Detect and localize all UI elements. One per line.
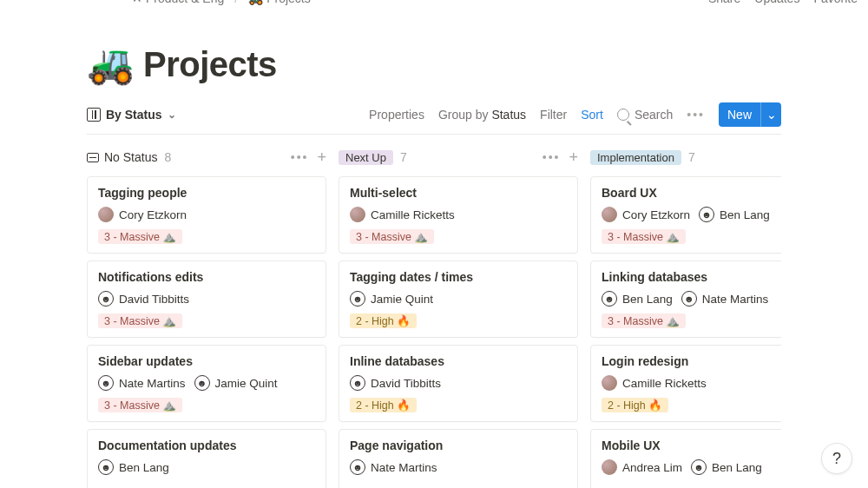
- column-title-label: Implementation: [597, 151, 674, 164]
- card-title: Notifications edits: [98, 270, 315, 284]
- group-by-button[interactable]: Group by Status: [438, 108, 526, 122]
- person[interactable]: Camille Ricketts: [602, 375, 707, 391]
- person[interactable]: ☻David Tibbitts: [350, 375, 441, 391]
- card-people: ☻Nate Martins☻Jamie Quint: [98, 375, 315, 391]
- person[interactable]: ☻Jamie Quint: [350, 291, 433, 307]
- card-title: Linking databases: [602, 270, 781, 284]
- card-people: ☻Nate Martins: [350, 459, 567, 475]
- person-name: Ben Lang: [119, 461, 169, 474]
- avatar-icon: [350, 207, 365, 222]
- more-menu-button[interactable]: •••: [687, 108, 705, 122]
- card[interactable]: Mobile UXAndrea Lim☻Ben Lang: [590, 429, 781, 488]
- card-people: ☻Jamie Quint: [350, 291, 567, 307]
- card[interactable]: Sidebar updates☻Nate Martins☻Jamie Quint…: [87, 345, 326, 422]
- avatar-icon: ☻: [350, 291, 365, 307]
- person[interactable]: ☻Nate Martins: [98, 375, 186, 391]
- card[interactable]: Page navigation☻Nate Martins: [339, 429, 578, 488]
- filter-button[interactable]: Filter: [540, 108, 567, 122]
- column-title[interactable]: Implementation: [590, 150, 681, 165]
- avatar-icon: [98, 207, 114, 222]
- person[interactable]: ☻Ben Lang: [699, 207, 770, 222]
- database-toolbar: By Status ⌄ Properties Group by Status F…: [87, 102, 781, 135]
- sort-button[interactable]: Sort: [581, 108, 603, 122]
- avatar-icon: ☻: [350, 459, 365, 475]
- card-people: Camille Ricketts: [350, 207, 567, 222]
- person-name: Camille Ricketts: [371, 208, 455, 221]
- titlebar: ✕ Product & Eng / 🚜 Projects Share Updat…: [0, 0, 868, 7]
- card[interactable]: Linking databases☻Ben Lang☻Nate Martins3…: [590, 260, 781, 338]
- avatar-icon: ☻: [98, 291, 114, 307]
- person[interactable]: ☻David Tibbitts: [98, 291, 189, 307]
- view-switcher[interactable]: By Status ⌄: [87, 108, 176, 122]
- card[interactable]: Documentation updates☻Ben Lang: [87, 429, 326, 488]
- page: 🚜 Projects By Status ⌄ Properties Group …: [0, 0, 868, 488]
- person[interactable]: Andrea Lim: [602, 459, 682, 475]
- person[interactable]: ☻Ben Lang: [98, 459, 169, 475]
- person-name: Camille Ricketts: [622, 377, 707, 390]
- priority-badge: 2 - High 🔥: [602, 398, 668, 412]
- chevron-down-icon: ⌄: [766, 108, 777, 122]
- card-title: Tagging people: [98, 186, 315, 200]
- person-name: David Tibbitts: [119, 293, 189, 306]
- search[interactable]: Search: [617, 108, 673, 122]
- column-more-button[interactable]: •••: [291, 150, 309, 164]
- priority-badge: 2 - High 🔥: [350, 398, 417, 412]
- card-title: Multi-select: [350, 186, 567, 200]
- column-title[interactable]: Next Up: [339, 150, 393, 165]
- person-name: Cory Etzkorn: [622, 208, 690, 221]
- column-more-button[interactable]: •••: [542, 150, 561, 164]
- new-button[interactable]: New ⌄: [719, 102, 781, 127]
- card-title: Page navigation: [350, 439, 567, 452]
- breadcrumb-seg-projects[interactable]: 🚜 Projects: [248, 0, 311, 5]
- avatar-icon: [602, 207, 617, 222]
- inbox-icon: [87, 153, 99, 162]
- card[interactable]: Notifications edits☻David Tibbitts3 - Ma…: [87, 260, 326, 338]
- person[interactable]: ☻Ben Lang: [602, 291, 673, 307]
- page-title[interactable]: Projects: [143, 45, 277, 84]
- column-add-button[interactable]: +: [317, 149, 326, 165]
- group-by-value: Status: [491, 108, 526, 122]
- card-title: Tagging dates / times: [350, 270, 567, 284]
- help-button[interactable]: ?: [821, 443, 852, 474]
- card[interactable]: Inline databases☻David Tibbitts2 - High …: [339, 345, 578, 422]
- breadcrumb-label: Projects: [266, 0, 311, 5]
- card[interactable]: Tagging peopleCory Etzkorn3 - Massive ⛰️: [87, 176, 326, 254]
- group-by-label: Group by: [438, 108, 489, 122]
- favorite-button[interactable]: Favorite: [813, 0, 858, 5]
- person-name: Andrea Lim: [622, 461, 682, 474]
- person[interactable]: ☻Nate Martins: [350, 459, 437, 475]
- search-placeholder: Search: [635, 108, 673, 122]
- column-title-label: No Status: [104, 150, 157, 164]
- page-emoji-icon[interactable]: 🚜: [87, 42, 135, 87]
- priority-badge: 3 - Massive ⛰️: [350, 229, 434, 244]
- card[interactable]: Board UXCory Etzkorn☻Ben Lang3 - Massive…: [590, 176, 781, 254]
- column-no-status: No Status8•••+Tagging peopleCory Etzkorn…: [87, 147, 326, 488]
- person[interactable]: Cory Etzkorn: [602, 207, 690, 222]
- new-button-dropdown[interactable]: ⌄: [760, 102, 781, 127]
- column-count: 7: [400, 150, 407, 164]
- properties-button[interactable]: Properties: [369, 108, 424, 122]
- breadcrumb-seg-product-eng[interactable]: ✕ Product & Eng: [132, 0, 224, 5]
- card-title: Login redesign: [602, 354, 781, 368]
- column-title[interactable]: No Status: [87, 150, 157, 164]
- card[interactable]: Multi-selectCamille Ricketts3 - Massive …: [339, 176, 578, 254]
- card[interactable]: Login redesignCamille Ricketts2 - High 🔥: [590, 345, 781, 422]
- priority-badge: 3 - Massive ⛰️: [602, 229, 686, 244]
- person[interactable]: ☻Jamie Quint: [194, 375, 278, 391]
- share-button[interactable]: Share: [708, 0, 740, 5]
- avatar-icon: [602, 459, 617, 475]
- column-actions: •••+: [542, 149, 578, 165]
- updates-button[interactable]: Updates: [754, 0, 799, 5]
- card[interactable]: Tagging dates / times☻Jamie Quint2 - Hig…: [339, 260, 578, 338]
- person[interactable]: ☻Ben Lang: [691, 459, 762, 475]
- page-header: 🚜 Projects: [87, 42, 781, 87]
- avatar-icon: ☻: [691, 459, 707, 475]
- person[interactable]: Camille Ricketts: [350, 207, 455, 222]
- new-button-label: New: [719, 108, 760, 122]
- card-title: Board UX: [602, 186, 781, 200]
- person[interactable]: ☻Nate Martins: [681, 291, 769, 307]
- column-header: No Status8•••+: [87, 147, 326, 168]
- column-add-button[interactable]: +: [569, 149, 578, 165]
- person[interactable]: Cory Etzkorn: [98, 207, 187, 222]
- avatar-icon: ☻: [98, 459, 114, 475]
